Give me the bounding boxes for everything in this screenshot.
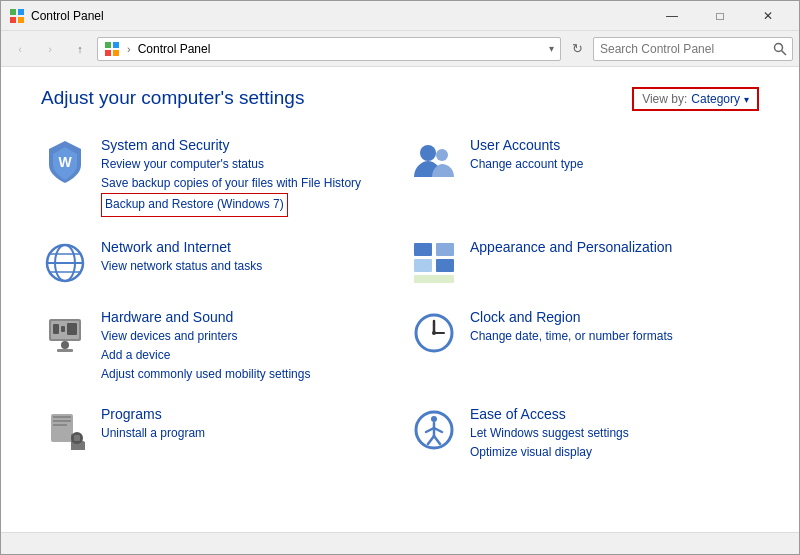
up-button[interactable]: ↑ bbox=[67, 37, 93, 61]
network-internet-link-0[interactable]: View network status and tasks bbox=[101, 257, 390, 276]
clock-region-icon bbox=[410, 309, 458, 357]
hardware-sound-info: Hardware and Sound View devices and prin… bbox=[101, 309, 390, 385]
programs-icon bbox=[41, 406, 89, 454]
category-ease-access: Ease of Access Let Windows suggest setti… bbox=[410, 400, 759, 468]
close-button[interactable]: ✕ bbox=[745, 1, 791, 31]
hardware-sound-link-1[interactable]: Add a device bbox=[101, 346, 390, 365]
svg-text:W: W bbox=[58, 154, 72, 170]
categories-grid: W System and Security Review your comput… bbox=[41, 131, 759, 469]
svg-rect-6 bbox=[105, 50, 111, 56]
svg-rect-4 bbox=[105, 42, 111, 48]
search-icon bbox=[773, 42, 787, 56]
minimize-button[interactable]: — bbox=[649, 1, 695, 31]
address-bar[interactable]: › Control Panel ▾ bbox=[97, 37, 561, 61]
svg-point-43 bbox=[431, 416, 437, 422]
status-bar bbox=[1, 532, 799, 554]
svg-rect-28 bbox=[61, 326, 65, 332]
svg-rect-0 bbox=[10, 9, 16, 15]
page-header: Adjust your computer's settings View by:… bbox=[41, 87, 759, 111]
system-security-link-2[interactable]: Backup and Restore (Windows 7) bbox=[101, 193, 288, 216]
svg-rect-40 bbox=[74, 435, 80, 441]
search-button[interactable] bbox=[768, 37, 792, 61]
refresh-button[interactable]: ↻ bbox=[565, 37, 589, 61]
control-panel-nav-icon bbox=[104, 41, 120, 57]
page-title: Adjust your computer's settings bbox=[41, 87, 304, 109]
hardware-sound-icon bbox=[41, 309, 89, 357]
user-accounts-info: User Accounts Change account type bbox=[470, 137, 759, 174]
svg-rect-20 bbox=[414, 259, 432, 272]
control-panel-window: Control Panel — □ ✕ ‹ › ↑ › Control Pane… bbox=[0, 0, 800, 555]
hardware-sound-link-0[interactable]: View devices and printers bbox=[101, 327, 390, 346]
svg-rect-36 bbox=[53, 416, 71, 418]
system-security-info: System and Security Review your computer… bbox=[101, 137, 390, 217]
svg-rect-26 bbox=[57, 349, 73, 352]
svg-rect-21 bbox=[436, 259, 454, 272]
svg-point-12 bbox=[436, 149, 448, 161]
system-security-icon: W bbox=[41, 137, 89, 185]
search-input[interactable] bbox=[594, 42, 768, 56]
category-clock-region: Clock and Region Change date, time, or n… bbox=[410, 303, 759, 391]
svg-point-25 bbox=[61, 341, 69, 349]
svg-rect-22 bbox=[414, 275, 454, 283]
system-security-link-0[interactable]: Review your computer's status bbox=[101, 155, 390, 174]
category-programs: Programs Uninstall a program bbox=[41, 400, 390, 468]
appearance-info: Appearance and Personalization bbox=[470, 239, 759, 257]
view-by-label: View by: bbox=[642, 92, 687, 106]
view-by-control[interactable]: View by: Category ▾ bbox=[632, 87, 759, 111]
system-security-title[interactable]: System and Security bbox=[101, 137, 390, 153]
svg-rect-35 bbox=[51, 414, 73, 442]
category-system-security: W System and Security Review your comput… bbox=[41, 131, 390, 223]
maximize-button[interactable]: □ bbox=[697, 1, 743, 31]
svg-point-8 bbox=[775, 43, 783, 51]
svg-rect-37 bbox=[53, 420, 71, 422]
svg-line-9 bbox=[782, 50, 787, 55]
clock-region-link-0[interactable]: Change date, time, or number formats bbox=[470, 327, 759, 346]
forward-button[interactable]: › bbox=[37, 37, 63, 61]
ease-access-icon bbox=[410, 406, 458, 454]
category-user-accounts: User Accounts Change account type bbox=[410, 131, 759, 223]
svg-rect-18 bbox=[414, 243, 432, 256]
programs-link-0[interactable]: Uninstall a program bbox=[101, 424, 390, 443]
breadcrumb-path: Control Panel bbox=[138, 42, 211, 56]
programs-info: Programs Uninstall a program bbox=[101, 406, 390, 443]
system-security-link-1[interactable]: Save backup copies of your files with Fi… bbox=[101, 174, 390, 193]
user-accounts-icon bbox=[410, 137, 458, 185]
address-dropdown-arrow[interactable]: ▾ bbox=[549, 43, 554, 54]
main-content: Adjust your computer's settings View by:… bbox=[1, 67, 799, 532]
svg-rect-29 bbox=[67, 323, 77, 335]
hardware-sound-link-2[interactable]: Adjust commonly used mobility settings bbox=[101, 365, 390, 384]
network-internet-title[interactable]: Network and Internet bbox=[101, 239, 390, 255]
breadcrumb-separator: › bbox=[127, 43, 131, 55]
ease-access-link-1[interactable]: Optimize visual display bbox=[470, 443, 759, 462]
hardware-sound-title[interactable]: Hardware and Sound bbox=[101, 309, 390, 325]
ease-access-title[interactable]: Ease of Access bbox=[470, 406, 759, 422]
title-bar: Control Panel — □ ✕ bbox=[1, 1, 799, 31]
ease-access-info: Ease of Access Let Windows suggest setti… bbox=[470, 406, 759, 462]
user-accounts-title[interactable]: User Accounts bbox=[470, 137, 759, 153]
svg-point-34 bbox=[432, 331, 436, 335]
view-by-arrow: ▾ bbox=[744, 94, 749, 105]
category-appearance: Appearance and Personalization bbox=[410, 233, 759, 293]
programs-title[interactable]: Programs bbox=[101, 406, 390, 422]
svg-rect-7 bbox=[113, 50, 119, 56]
category-hardware-sound: Hardware and Sound View devices and prin… bbox=[41, 303, 390, 391]
svg-rect-2 bbox=[10, 17, 16, 23]
clock-region-title[interactable]: Clock and Region bbox=[470, 309, 759, 325]
svg-rect-3 bbox=[18, 17, 24, 23]
svg-rect-38 bbox=[53, 424, 67, 426]
category-network-internet: Network and Internet View network status… bbox=[41, 233, 390, 293]
title-bar-text: Control Panel bbox=[31, 9, 649, 23]
ease-access-link-0[interactable]: Let Windows suggest settings bbox=[470, 424, 759, 443]
window-icon bbox=[9, 8, 25, 24]
title-bar-controls: — □ ✕ bbox=[649, 1, 791, 31]
clock-region-info: Clock and Region Change date, time, or n… bbox=[470, 309, 759, 346]
svg-point-11 bbox=[420, 145, 436, 161]
view-by-value[interactable]: Category bbox=[691, 92, 740, 106]
network-internet-info: Network and Internet View network status… bbox=[101, 239, 390, 276]
appearance-title[interactable]: Appearance and Personalization bbox=[470, 239, 759, 255]
search-bar bbox=[593, 37, 793, 61]
nav-bar: ‹ › ↑ › Control Panel ▾ ↻ bbox=[1, 31, 799, 67]
back-button[interactable]: ‹ bbox=[7, 37, 33, 61]
appearance-icon bbox=[410, 239, 458, 287]
user-accounts-link-0[interactable]: Change account type bbox=[470, 155, 759, 174]
